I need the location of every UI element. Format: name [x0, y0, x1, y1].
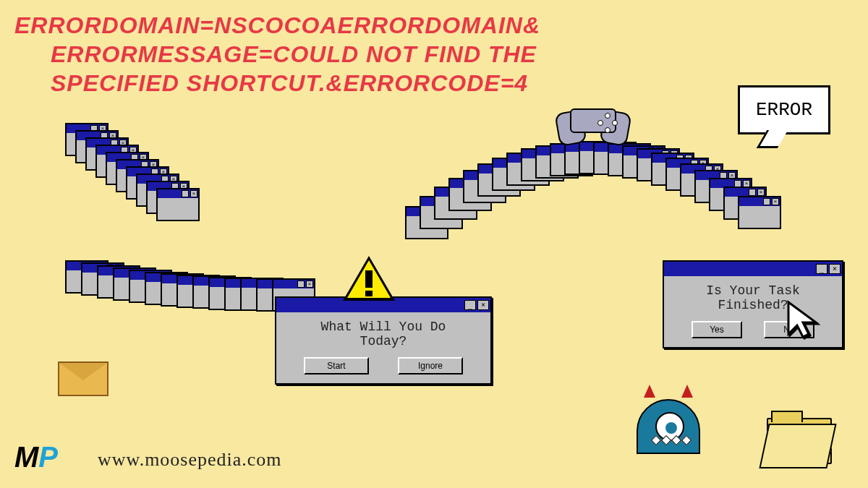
- dialog1-msg-l2: Today?: [291, 334, 476, 348]
- logo-m: M: [14, 441, 38, 473]
- close-button[interactable]: ×: [477, 300, 489, 310]
- envelope-icon: [58, 361, 109, 396]
- warning-icon: [343, 256, 395, 301]
- dialog1-msg-l1: What Will You Do: [291, 320, 476, 334]
- headline-line3: SPECIFIED SHORTCUT.&ERRORCODE=4: [51, 69, 540, 98]
- monster-icon: [637, 390, 700, 454]
- dialog2-msg-l1: Is Your Task: [678, 283, 827, 298]
- start-button[interactable]: Start: [304, 357, 369, 374]
- dialog1-body: What Will You Do Today?: [276, 312, 490, 357]
- minimize-button[interactable]: _: [816, 264, 827, 274]
- close-button[interactable]: ×: [829, 264, 841, 274]
- dialog2-titlebar: _ ×: [664, 262, 842, 276]
- dialog-what-will-you-do: _ × What Will You Do Today? Start Ignore: [275, 296, 492, 385]
- bubble-text: ERROR: [756, 99, 812, 121]
- yes-button[interactable]: Yes: [692, 321, 742, 338]
- minimize-button[interactable]: _: [464, 300, 476, 310]
- headline-line1: ERRORDOMAIN=NSCOCOAERRORDOMAIN&: [14, 11, 540, 40]
- website-url: www.moosepedia.com: [98, 449, 282, 471]
- error-speech-bubble: ERROR: [738, 85, 830, 134]
- gamepad-icon: [557, 106, 629, 145]
- headline-text: ERRORDOMAIN=NSCOCOAERRORDOMAIN& ERRORMES…: [14, 11, 540, 98]
- folder-icon: [767, 418, 832, 464]
- logo: MP: [14, 441, 58, 474]
- headline-line2: ERRORMESSAGE=COULD NOT FIND THE: [51, 40, 540, 69]
- svg-marker-0: [788, 302, 816, 337]
- ignore-button[interactable]: Ignore: [398, 357, 463, 374]
- logo-p: P: [38, 441, 58, 473]
